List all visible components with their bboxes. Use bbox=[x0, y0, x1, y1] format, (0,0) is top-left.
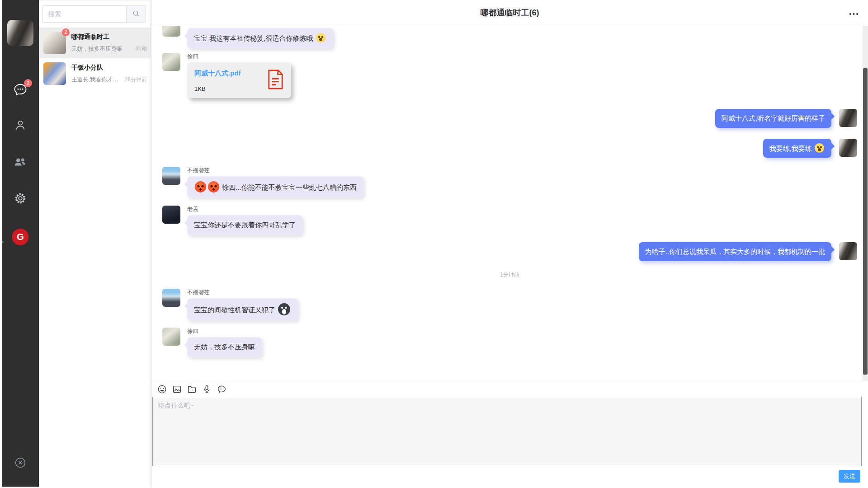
search-input[interactable] bbox=[42, 5, 126, 23]
avatar bbox=[162, 206, 180, 224]
message-bubble: 宝宝 我这有本祖传秘笈,很适合你修炼哦 bbox=[187, 28, 333, 48]
emoji-rage-icon bbox=[195, 181, 206, 192]
user-avatar[interactable] bbox=[7, 20, 33, 46]
gitee-logo-icon[interactable]: G bbox=[12, 229, 29, 245]
emoji-penguin-icon bbox=[278, 303, 290, 315]
chat-item-list: 2哪都通临时工无妨，技多不压身嘛刚刚干饭小分队王道长,我看你才…26分钟前 bbox=[39, 28, 151, 89]
chat-item-time: 刚刚 bbox=[136, 45, 147, 53]
emoji-icon bbox=[157, 389, 167, 395]
microphone-button[interactable] bbox=[202, 385, 212, 394]
chat-item-time: 26分钟前 bbox=[125, 76, 147, 84]
avatar bbox=[839, 109, 857, 127]
avatar bbox=[43, 62, 66, 85]
file-name[interactable]: 阿威十八式.pdf bbox=[194, 69, 241, 78]
message-input[interactable] bbox=[152, 397, 862, 466]
avatar bbox=[839, 139, 857, 157]
message-bubble: 徐四...你能不能不教宝宝一些乱七八糟的东西 bbox=[187, 176, 363, 197]
message-bubble: 为啥子..你们总说我呆瓜，其实大多的时候，我都机制的一批 bbox=[639, 242, 831, 261]
chat-list-item[interactable]: 2哪都通临时工无妨，技多不压身嘛刚刚 bbox=[39, 28, 151, 58]
message-author: 不摇碧莲 bbox=[187, 167, 363, 174]
message-author: 不摇碧莲 bbox=[187, 289, 298, 296]
avatar: 2 bbox=[43, 32, 66, 54]
sidebar-item-settings[interactable] bbox=[14, 192, 27, 205]
sidebar-item-chat[interactable]: 2 bbox=[14, 83, 27, 96]
image-button[interactable] bbox=[172, 385, 182, 394]
folder-icon bbox=[187, 389, 197, 395]
contacts-icon bbox=[14, 126, 27, 133]
message-bubble: 宝宝的间歇性机智证又犯了 bbox=[187, 298, 298, 320]
message-bubble: 我要练,我要练 bbox=[763, 139, 831, 158]
folder-button[interactable] bbox=[187, 385, 197, 394]
avatar bbox=[162, 167, 180, 185]
composer bbox=[152, 397, 862, 466]
scrollbar-track[interactable] bbox=[863, 26, 868, 381]
ellipsis-icon bbox=[849, 10, 859, 17]
chat-item-title: 干饭小分队 bbox=[71, 64, 147, 72]
scrollbar-thumb[interactable] bbox=[863, 68, 868, 375]
chat-panel: 哪都通临时工(6) 徐四宝宝 我这有本祖传秘笈,很适合你修炼哦 徐四阿威十八式.… bbox=[151, 0, 868, 488]
avatar bbox=[162, 53, 180, 71]
message-received: 徐四宝宝 我这有本祖传秘笈,很适合你修炼哦 bbox=[162, 26, 857, 48]
image-icon bbox=[172, 389, 182, 395]
message-bubble: 无妨，技多不压身嘛 bbox=[187, 337, 262, 357]
sidebar-item-groups[interactable] bbox=[14, 155, 27, 168]
send-row: 发送 bbox=[151, 466, 868, 488]
chat-icon bbox=[14, 91, 27, 98]
file-attachment-card[interactable]: 阿威十八式.pdf1KB bbox=[187, 62, 291, 98]
avatar bbox=[162, 289, 180, 307]
chat-item-texts: 干饭小分队王道长,我看你才…26分钟前 bbox=[71, 62, 147, 85]
groups-icon bbox=[14, 163, 27, 169]
message-author: 徐四 bbox=[187, 53, 291, 60]
emoji-rage-icon bbox=[208, 181, 219, 192]
chat-title: 哪都通临时工(6) bbox=[151, 0, 868, 25]
chat-header: 哪都通临时工(6) bbox=[151, 0, 868, 25]
settings-icon bbox=[14, 199, 27, 206]
mic-icon bbox=[202, 389, 212, 395]
chat-item-texts: 哪都通临时工无妨，技多不压身嘛刚刚 bbox=[71, 32, 147, 54]
composer-toolbar bbox=[151, 381, 863, 397]
message-received: 徐四无妨，技多不压身嘛 bbox=[162, 328, 857, 357]
search-button[interactable] bbox=[126, 5, 146, 23]
message-received: 不摇碧莲宝宝的间歇性机智证又犯了 bbox=[162, 289, 857, 320]
chat-list-panel: 2哪都通临时工无妨，技多不压身嘛刚刚干饭小分队王道长,我看你才…26分钟前 bbox=[39, 0, 151, 487]
search-group bbox=[42, 5, 146, 23]
avatar bbox=[839, 242, 857, 260]
app-window: 2 G › 2哪都通临时工无妨，技多不压身嘛刚刚干饭小分队王道长,我看你才…26… bbox=[0, 0, 868, 488]
message-author: 老孟 bbox=[187, 206, 302, 212]
collapse-arrow-icon[interactable]: › bbox=[2, 239, 4, 244]
message-sent: 阿威十八式,听名字就好厉害的样子 bbox=[162, 109, 857, 128]
search-icon bbox=[132, 9, 140, 19]
message-author: 徐四 bbox=[187, 328, 262, 334]
message-bubble: 宝宝你还是不要跟着你四哥乱学了 bbox=[187, 215, 302, 235]
message-timestamp: 1分钟前 bbox=[162, 271, 857, 279]
unread-badge: 2 bbox=[62, 28, 70, 36]
more-menu-button[interactable] bbox=[848, 11, 860, 17]
message-file: 徐四阿威十八式.pdf1KB bbox=[162, 53, 857, 98]
emoji-hug-icon bbox=[316, 33, 326, 42]
chat-item-preview: 无妨，技多不压身嘛 bbox=[71, 45, 134, 53]
logout-close-button[interactable] bbox=[14, 456, 27, 469]
message-sent: 为啥子..你们总说我呆瓜，其实大多的时候，我都机制的一批 bbox=[162, 242, 857, 261]
chat-list-item[interactable]: 干饭小分队王道长,我看你才…26分钟前 bbox=[39, 58, 151, 89]
unread-badge: 2 bbox=[24, 79, 32, 87]
file-size: 1KB bbox=[194, 85, 241, 92]
avatar bbox=[162, 328, 180, 346]
message-sent: 我要练,我要练 bbox=[162, 139, 857, 158]
message-received: 老孟宝宝你还是不要跟着你四哥乱学了 bbox=[162, 206, 857, 235]
chat-item-preview: 王道长,我看你才… bbox=[71, 76, 123, 84]
emoji-button[interactable] bbox=[157, 385, 167, 394]
emoji-melt-icon bbox=[815, 143, 824, 153]
sidebar-item-contacts[interactable] bbox=[14, 119, 27, 131]
sidebar: 2 G › bbox=[0, 0, 39, 487]
message-received: 不摇碧莲 徐四...你能不能不教宝宝一些乱七八糟的东西 bbox=[162, 167, 857, 197]
chat-history-button[interactable] bbox=[217, 385, 226, 394]
chat-item-title: 哪都通临时工 bbox=[71, 33, 147, 41]
avatar bbox=[162, 26, 180, 37]
history-icon bbox=[217, 389, 226, 395]
send-button[interactable]: 发送 bbox=[839, 470, 860, 483]
message-bubble: 阿威十八式,听名字就好厉害的样子 bbox=[715, 109, 831, 128]
pdf-file-icon bbox=[267, 69, 284, 92]
message-list: 徐四宝宝 我这有本祖传秘笈,很适合你修炼哦 徐四阿威十八式.pdf1KB阿威十八… bbox=[151, 26, 863, 381]
